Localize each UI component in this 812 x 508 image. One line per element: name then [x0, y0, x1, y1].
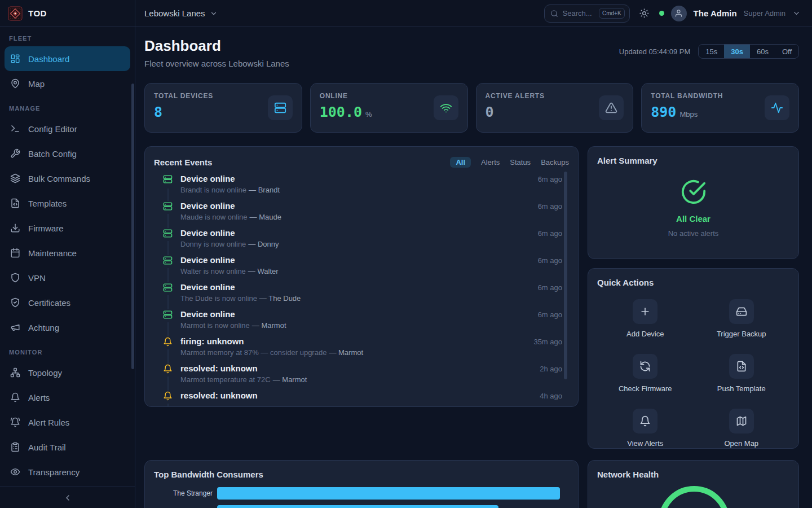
refresh-interval-control: 15s30s60sOff	[698, 44, 799, 59]
stat-card-active-alerts: ACTIVE ALERTS0	[476, 83, 634, 133]
event-row[interactable]: Device onlineMaude is now online— Maude6…	[154, 201, 569, 228]
sidebar-item-label: Batch Config	[28, 149, 77, 159]
event-body: Device onlineBrandt is now online— Brand…	[180, 174, 569, 194]
event-type	[163, 364, 173, 376]
event-title: Device online	[180, 201, 569, 211]
quick-action-check-firmware[interactable]: Check Firmware	[597, 354, 694, 393]
avatar[interactable]	[671, 6, 687, 21]
sidebar-item-alerts[interactable]: Alerts	[5, 385, 130, 410]
shield-check-icon	[10, 297, 20, 308]
sidebar-item-certificates[interactable]: Certificates	[5, 290, 130, 315]
megaphone-icon	[10, 322, 20, 332]
bandwidth-track	[217, 487, 569, 500]
event-row[interactable]: Device onlineDonny is now online— Donny6…	[154, 228, 569, 255]
sidebar-scrollbar[interactable]	[131, 84, 134, 369]
stat-icon-tile	[268, 95, 293, 120]
event-row[interactable]: resolved: unknown4h ago	[154, 391, 569, 407]
sidebar-item-firmware[interactable]: Firmware	[5, 216, 130, 240]
download-icon	[10, 223, 20, 233]
quick-action-view-alerts[interactable]: View Alerts	[597, 409, 694, 448]
last-updated-text: Updated 05:44:09 PM	[619, 47, 690, 56]
refresh-option-15s[interactable]: 15s	[699, 45, 724, 58]
sidebar-item-maintenance[interactable]: Maintenance	[5, 240, 130, 265]
bandwidth-row: The Stranger	[154, 487, 569, 500]
sidebar-item-vpn[interactable]: VPN	[5, 265, 130, 290]
sidebar-item-bulk-commands[interactable]: Bulk Commands	[5, 166, 130, 191]
quick-action-push-template[interactable]: Push Template	[694, 354, 790, 393]
sidebar-item-label: Config Editor	[28, 124, 77, 134]
sidebar-item-batch-config[interactable]: Batch Config	[5, 141, 130, 166]
sidebar-item-alert-rules[interactable]: Alert Rules	[5, 410, 130, 435]
sidebar-item-templates[interactable]: Templates	[5, 191, 130, 216]
sidebar-item-transparency[interactable]: Transparency	[5, 459, 130, 484]
event-row[interactable]: firing: unknownMarmot memory at 87% — co…	[154, 336, 569, 364]
sidebar-item-label: VPN	[28, 273, 46, 283]
sidebar-item-topology[interactable]: Topology	[5, 360, 130, 385]
bell-ring-icon	[10, 417, 20, 427]
network-icon	[10, 367, 20, 378]
search-box[interactable]: Cmd+K	[544, 5, 630, 23]
event-type	[163, 282, 173, 295]
event-row[interactable]: Device onlineThe Dude is now online— The…	[154, 282, 569, 309]
event-row[interactable]: Device onlineBrandt is now online— Brand…	[154, 174, 569, 201]
event-type	[163, 309, 173, 322]
brand: TOD	[0, 0, 135, 27]
quick-action-add-device[interactable]: Add Device	[597, 299, 694, 338]
quick-action-trigger-backup[interactable]: Trigger Backup	[694, 299, 790, 338]
theme-toggle-button[interactable]	[637, 6, 652, 21]
stat-icon-tile	[765, 95, 789, 120]
network-health-panel: Network Health 100	[588, 460, 799, 508]
refresh-option-60s[interactable]: 60s	[750, 45, 775, 58]
search-icon	[550, 10, 558, 17]
event-tab-all[interactable]: All	[450, 157, 471, 168]
event-body: resolved: unknown	[180, 391, 569, 400]
org-selector[interactable]: Lebowski Lanes	[144, 8, 218, 18]
sidebar-item-map[interactable]: Map	[5, 71, 130, 96]
quick-action-label: View Alerts	[597, 439, 694, 448]
search-input[interactable]	[563, 9, 594, 17]
alert-subtext: No active alerts	[597, 229, 789, 238]
user-menu-chevron-icon[interactable]	[792, 9, 801, 17]
event-device-name: — Walter	[248, 267, 279, 275]
sidebar-item-label: Achtung	[28, 323, 59, 332]
refresh-option-30s[interactable]: 30s	[724, 45, 750, 58]
stat-unit: Mbps	[679, 110, 698, 119]
wrench-icon	[10, 148, 20, 159]
event-type	[163, 228, 173, 241]
user-role: Super Admin	[744, 9, 785, 17]
event-tab-backups[interactable]: Backups	[541, 158, 569, 167]
sidebar-item-achtung[interactable]: Achtung	[5, 315, 130, 340]
sidebar-collapse-button[interactable]	[0, 487, 135, 508]
event-body: firing: unknownMarmot memory at 87% — co…	[180, 336, 569, 357]
event-type	[163, 336, 173, 349]
sidebar-item-label: Transparency	[28, 467, 80, 477]
quick-action-tile	[729, 354, 754, 379]
event-row[interactable]: Device onlineMarmot is now online— Marmo…	[154, 309, 569, 336]
event-body: Device onlineDonny is now online— Donny	[180, 228, 569, 248]
map-pin-icon	[10, 78, 20, 89]
events-scrollbar[interactable]	[564, 172, 567, 379]
event-detail: Marmot is now online— Marmot	[180, 321, 569, 330]
quick-action-open-map[interactable]: Open Map	[694, 409, 790, 448]
event-title: Device online	[180, 228, 569, 238]
sidebar-item-dashboard[interactable]: Dashboard	[5, 46, 130, 71]
search-shortcut-badge: Cmd+K	[599, 8, 625, 19]
quick-action-label: Trigger Backup	[694, 330, 790, 338]
event-tab-status[interactable]: Status	[510, 158, 531, 167]
activity-icon	[771, 102, 783, 114]
event-row[interactable]: resolved: unknownMarmot temperature at 7…	[154, 364, 569, 391]
event-row[interactable]: Device onlineWalter is now online— Walte…	[154, 255, 569, 282]
alert-summary-title: Alert Summary	[597, 156, 789, 165]
bandwidth-bar	[217, 487, 560, 500]
sidebar-item-label: Audit Trail	[28, 443, 66, 452]
event-tab-alerts[interactable]: Alerts	[481, 158, 500, 167]
main-content: Dashboard Fleet overview across Lebowski…	[135, 27, 812, 508]
bell-icon	[639, 415, 651, 427]
sidebar-item-config-editor[interactable]: Config Editor	[5, 116, 130, 141]
event-title: Device online	[180, 174, 569, 183]
event-body: Device onlineWalter is now online— Walte…	[180, 255, 569, 275]
connection-status-dot	[659, 11, 664, 16]
event-detail-text: Donny is now online	[180, 240, 246, 248]
sidebar-item-audit-trail[interactable]: Audit Trail	[5, 435, 130, 459]
refresh-option-off[interactable]: Off	[775, 45, 798, 58]
